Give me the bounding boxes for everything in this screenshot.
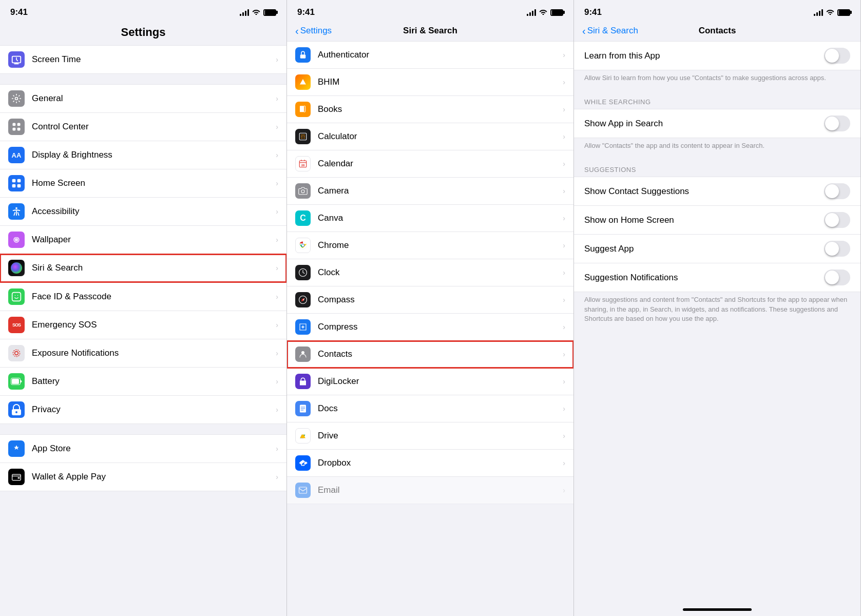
panel3-title: Contacts <box>699 26 736 36</box>
siri-item-camera[interactable]: Camera › <box>287 178 573 205</box>
settings-item-exposure[interactable]: Exposure Notifications › <box>0 339 286 368</box>
settings-item-home-screen[interactable]: Home Screen › <box>0 169 286 198</box>
chevron-icon: › <box>563 105 565 113</box>
back-button-2[interactable]: ‹ Settings <box>295 25 332 37</box>
show-app-in-search-description: Allow "Contacts" the app and its content… <box>574 138 860 158</box>
accessibility-icon <box>8 203 25 220</box>
svg-point-14 <box>13 350 20 356</box>
show-contact-suggestions-label: Show Contact Suggestions <box>584 186 689 197</box>
settings-item-privacy[interactable]: Privacy › <box>0 396 286 424</box>
siri-item-compass[interactable]: Compass › <box>287 286 573 314</box>
show-home-screen-toggle[interactable] <box>824 212 850 228</box>
accessibility-label: Accessibility <box>32 206 276 217</box>
home-screen-label: Home Screen <box>32 178 276 188</box>
show-app-in-search-toggle[interactable] <box>824 116 850 131</box>
home-indicator-3 <box>683 608 752 611</box>
svg-rect-6 <box>12 179 16 183</box>
settings-item-accessibility[interactable]: Accessibility › <box>0 198 286 226</box>
wifi-icon-2 <box>539 8 547 16</box>
camera-label: Camera <box>318 186 563 196</box>
suggestion-notifications-toggle[interactable] <box>824 270 850 285</box>
svg-rect-16 <box>12 379 19 384</box>
chevron-icon: › <box>563 241 565 249</box>
chevron-icon: › <box>563 432 565 440</box>
siri-item-clock[interactable]: Clock › <box>287 259 573 286</box>
control-center-icon <box>8 119 25 135</box>
exposure-icon <box>8 345 25 361</box>
settings-item-screen-time[interactable]: Screen Time › <box>0 45 286 74</box>
siri-item-authenticator[interactable]: Authenticator › <box>287 41 573 69</box>
settings-item-siri[interactable]: Siri & Search › <box>0 254 286 282</box>
signal-icon-2 <box>527 9 536 16</box>
digilocker-icon <box>295 374 311 389</box>
chevron-icon: › <box>276 179 278 187</box>
settings-item-control-center[interactable]: Control Center › <box>0 113 286 141</box>
general-label: General <box>32 93 276 104</box>
settings-item-battery[interactable]: Battery › <box>0 368 286 396</box>
email-label: Email <box>318 485 563 495</box>
siri-item-calculator[interactable]: Calculator › <box>287 123 573 150</box>
page-title-1: Settings <box>0 22 286 45</box>
battery-icon-3 <box>837 9 850 16</box>
siri-label: Siri & Search <box>32 263 276 273</box>
authenticator-icon <box>295 47 311 63</box>
contacts-icon <box>295 346 311 362</box>
battery-label: Battery <box>32 376 276 387</box>
authenticator-label: Authenticator <box>318 50 563 60</box>
settings-item-general[interactable]: General › <box>0 84 286 113</box>
learn-from-app-row: Learn from this App <box>574 41 860 70</box>
control-center-label: Control Center <box>32 122 276 132</box>
chevron-icon: › <box>276 123 278 131</box>
siri-item-canva[interactable]: C Canva › <box>287 205 573 232</box>
back-button-3[interactable]: ‹ Siri & Search <box>582 25 638 37</box>
books-icon <box>295 102 311 117</box>
show-contact-suggestions-toggle[interactable] <box>824 183 850 199</box>
exposure-label: Exposure Notifications <box>32 348 276 358</box>
canva-icon: C <box>295 210 311 226</box>
siri-item-contacts[interactable]: Contacts › <box>287 341 573 368</box>
screen-time-icon <box>8 51 25 68</box>
digilocker-label: DigiLocker <box>318 376 563 387</box>
emergency-icon: SOS <box>8 317 25 333</box>
siri-item-dropbox[interactable]: Dropbox › <box>287 450 573 477</box>
face-id-label: Face ID & Passcode <box>32 292 276 302</box>
settings-item-emergency[interactable]: SOS Emergency SOS › <box>0 311 286 339</box>
svg-point-30 <box>302 244 304 247</box>
siri-item-docs[interactable]: Docs › <box>287 395 573 422</box>
siri-item-bhim[interactable]: BHIM › <box>287 69 573 96</box>
panel2-title: Siri & Search <box>403 26 457 36</box>
siri-item-email[interactable]: Email › <box>287 477 573 504</box>
compress-label: Compress <box>318 322 563 332</box>
settings-item-wallet[interactable]: Wallet & Apple Pay › <box>0 463 286 491</box>
learn-from-app-toggle[interactable] <box>824 48 850 64</box>
privacy-label: Privacy <box>32 405 276 415</box>
settings-item-display[interactable]: AA Display & Brightness › <box>0 141 286 169</box>
suggest-app-row: Suggest App <box>574 235 860 263</box>
status-icons-1 <box>240 8 276 16</box>
battery-icon-1 <box>263 9 276 16</box>
siri-item-calendar[interactable]: 28 Calendar › <box>287 150 573 178</box>
dropbox-icon <box>295 455 311 471</box>
suggest-app-toggle[interactable] <box>824 241 850 257</box>
svg-point-13 <box>15 352 18 355</box>
status-time-1: 9:41 <box>10 7 28 17</box>
face-id-icon <box>8 288 25 305</box>
siri-item-drive[interactable]: Drive › <box>287 422 573 450</box>
bhim-label: BHIM <box>318 77 563 87</box>
settings-item-app-store[interactable]: App Store › <box>0 434 286 463</box>
show-app-in-search-row: Show App in Search <box>574 109 860 138</box>
settings-panel: 9:41 Settings <box>0 0 287 616</box>
chevron-icon: › <box>276 293 278 301</box>
drive-label: Drive <box>318 431 563 441</box>
books-label: Books <box>318 104 563 114</box>
svg-point-18 <box>15 411 17 413</box>
chrome-label: Chrome <box>318 240 563 251</box>
settings-item-wallpaper[interactable]: Wallpaper › <box>0 226 286 254</box>
siri-item-chrome[interactable]: Chrome › <box>287 232 573 259</box>
docs-icon <box>295 401 311 416</box>
siri-item-digilocker[interactable]: DigiLocker › <box>287 368 573 395</box>
settings-item-face-id[interactable]: Face ID & Passcode › <box>0 282 286 311</box>
chevron-icon: › <box>563 132 565 141</box>
siri-item-compress[interactable]: Compress › <box>287 314 573 341</box>
siri-item-books[interactable]: Books › <box>287 96 573 123</box>
